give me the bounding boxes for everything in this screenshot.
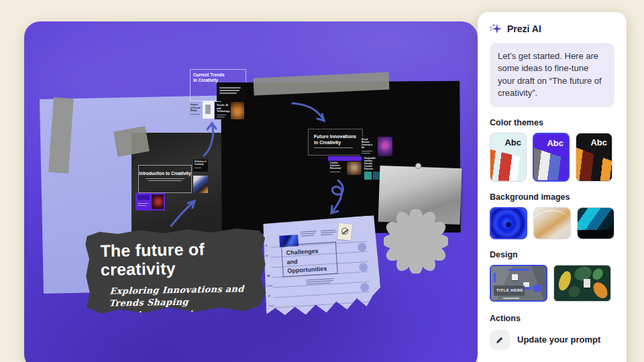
theme-row: Abc Abc Abc: [490, 133, 614, 182]
color-theme-purple-selected[interactable]: Abc: [533, 133, 570, 182]
background-blue-selected[interactable]: [490, 207, 527, 239]
design-title-text: TITLE HERE: [494, 288, 523, 292]
design-leaves[interactable]: [553, 265, 611, 302]
flower-dot-icon: [533, 284, 541, 292]
prezi-ai-panel: Prezi AI Let’s get started. Here are som…: [478, 12, 627, 362]
color-theme-light[interactable]: Abc: [490, 133, 527, 182]
sparkle-icon: [490, 23, 502, 35]
section-color-themes: Color themes: [490, 118, 614, 127]
arrow-doodles: [24, 21, 478, 362]
ai-message-bubble: Let’s get started. Here are some ideas t…: [490, 43, 614, 107]
background-dark-geometric[interactable]: [577, 207, 614, 239]
design-row: TITLE HERE: [490, 265, 614, 302]
section-actions: Actions: [490, 314, 614, 323]
panel-header: Prezi AI: [490, 23, 614, 35]
section-design: Design: [490, 250, 614, 259]
background-row: [490, 207, 614, 239]
panel-title: Prezi AI: [507, 23, 541, 34]
action-update-prompt[interactable]: Update your prompt: [490, 330, 614, 350]
theme-label: Abc: [547, 138, 564, 148]
design-moodboard-selected[interactable]: TITLE HERE: [490, 265, 547, 302]
section-background-images: Background images: [490, 192, 614, 202]
presentation-canvas[interactable]: Current Trends in Creativity Impact of S…: [24, 21, 478, 362]
theme-label: Abc: [504, 137, 521, 147]
action-label: Update your prompt: [517, 335, 600, 345]
color-theme-dark[interactable]: Abc: [576, 133, 612, 182]
theme-label: Abc: [590, 137, 607, 147]
pencil-icon: [490, 330, 510, 350]
background-beige[interactable]: [533, 207, 571, 239]
